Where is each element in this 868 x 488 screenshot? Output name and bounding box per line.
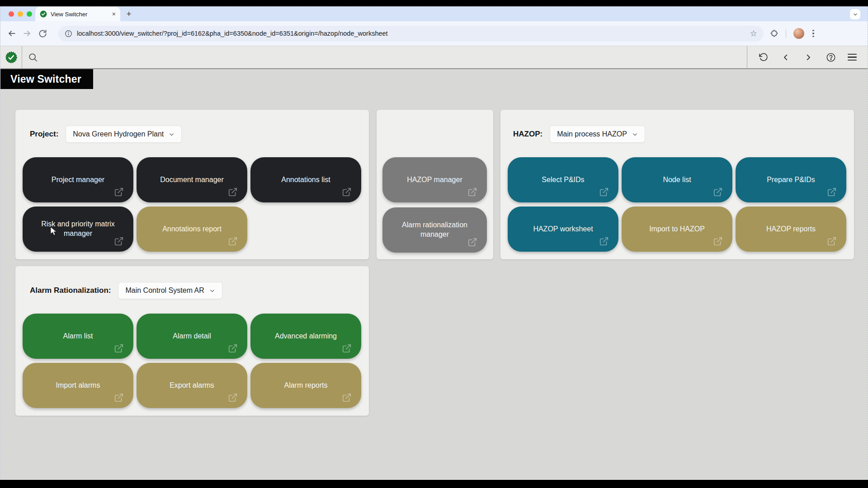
- alarm-rationalization-dropdown[interactable]: Main Control System AR: [118, 282, 222, 299]
- alarm-rationalization-label: Alarm Rationalization:: [30, 286, 111, 295]
- project-dropdown[interactable]: Nova Green Hydrogen Plant: [66, 126, 182, 143]
- hazop-label: HAZOP:: [513, 130, 542, 139]
- export-alarms-button[interactable]: Export alarms: [137, 363, 247, 408]
- tab-search-button[interactable]: [850, 9, 860, 19]
- view-switcher-page: View Switcher Project: Nova Green Hydrog…: [0, 69, 868, 480]
- hazop-dropdown[interactable]: Main process HAZOP: [550, 126, 645, 143]
- chevron-left-icon[interactable]: [780, 52, 792, 63]
- external-link-icon: [467, 187, 477, 197]
- hazop-dropdown-value: Main process HAZOP: [557, 130, 627, 138]
- tile-label: Project manager: [52, 175, 104, 185]
- bookmark-star-icon[interactable]: ☆: [750, 28, 757, 38]
- alarm-reports-button[interactable]: Alarm reports: [250, 363, 361, 408]
- tile-label: Alarm detail: [173, 332, 211, 341]
- tile-label: Node list: [663, 175, 691, 185]
- alarm-rationalization-manager-button[interactable]: Alarm rationalization manager: [382, 207, 487, 253]
- app-logo[interactable]: [0, 46, 22, 68]
- chevron-right-icon[interactable]: [802, 52, 814, 63]
- import-alarms-button[interactable]: Import alarms: [23, 363, 133, 408]
- tile-label: Annotations list: [281, 175, 330, 185]
- chrome-actions: [770, 28, 815, 39]
- close-window-button[interactable]: [9, 11, 14, 17]
- managers-panel: HAZOP managerAlarm rationalization manag…: [377, 110, 493, 259]
- app-toolbar-actions: [747, 46, 868, 68]
- select-p-ids-button[interactable]: Select P&IDs: [508, 157, 618, 202]
- chevron-down-icon: [853, 12, 858, 17]
- tile-label: Import to HAZOP: [649, 225, 705, 234]
- alarm-list-button[interactable]: Alarm list: [23, 314, 133, 359]
- browser-tab-strip: View Switcher × +: [0, 7, 868, 21]
- document-manager-button[interactable]: Document manager: [137, 157, 247, 202]
- new-tab-button[interactable]: +: [123, 9, 134, 19]
- tile-label: Import alarms: [56, 381, 100, 390]
- tile-label: Annotations report: [162, 225, 222, 234]
- node-list-button[interactable]: Node list: [622, 157, 732, 202]
- url-text: localhost:3000/view_switcher/?proj_id=61…: [77, 30, 750, 37]
- external-link-icon: [599, 187, 609, 197]
- project-panel: Project: Nova Green Hydrogen Plant Proje…: [15, 110, 369, 259]
- page-title: View Switcher: [0, 69, 93, 89]
- tile-label: Document manager: [160, 175, 224, 185]
- browser-window: View Switcher × + localhost:3000/view_sw…: [0, 6, 868, 480]
- project-label: Project:: [30, 130, 58, 139]
- close-tab-icon[interactable]: ×: [112, 11, 116, 17]
- browser-forward-button[interactable]: [19, 26, 35, 41]
- tab-title: View Switcher: [51, 11, 108, 18]
- browser-tab[interactable]: View Switcher ×: [35, 7, 120, 21]
- annotations-report-button[interactable]: Annotations report: [137, 206, 247, 252]
- browser-back-button[interactable]: [4, 26, 19, 41]
- chevron-down-icon: [209, 288, 215, 294]
- external-link-icon: [467, 237, 477, 247]
- project-dropdown-value: Nova Green Hydrogen Plant: [73, 130, 164, 138]
- chevron-down-icon: [632, 131, 638, 137]
- tile-label: HAZOP worksheet: [533, 225, 593, 234]
- project-button-grid: Project managerDocument managerAnnotatio…: [23, 157, 361, 252]
- alarm-rationalization-button-grid: Alarm listAlarm detailAdvanced alarmingI…: [23, 314, 361, 408]
- address-bar[interactable]: localhost:3000/view_switcher/?proj_id=61…: [58, 26, 764, 42]
- import-to-hazop-button[interactable]: Import to HAZOP: [622, 206, 732, 252]
- external-link-icon: [713, 187, 723, 197]
- minimize-window-button[interactable]: [18, 11, 23, 17]
- external-link-icon: [713, 236, 723, 246]
- prepare-p-ids-button[interactable]: Prepare P&IDs: [736, 157, 846, 202]
- external-link-icon: [228, 187, 238, 197]
- external-link-icon: [827, 187, 837, 197]
- external-link-icon: [342, 343, 352, 353]
- help-icon[interactable]: [825, 52, 837, 63]
- hazop-panel-header: HAZOP: Main process HAZOP: [513, 126, 645, 143]
- app-toolbar: [0, 46, 868, 69]
- hazop-reports-button[interactable]: HAZOP reports: [736, 206, 846, 252]
- hazop-panel: HAZOP: Main process HAZOP Select P&IDsNo…: [500, 110, 854, 259]
- browser-menu-icon[interactable]: [811, 29, 815, 38]
- external-link-icon: [342, 187, 352, 197]
- external-link-icon: [228, 393, 238, 403]
- advanced-alarming-button[interactable]: Advanced alarming: [250, 314, 361, 359]
- tile-label: HAZOP reports: [766, 225, 816, 234]
- alarm-rationalization-panel: Alarm Rationalization: Main Control Syst…: [15, 266, 369, 416]
- external-link-icon: [114, 236, 124, 246]
- undo-icon[interactable]: [757, 52, 769, 63]
- external-link-icon: [228, 343, 238, 353]
- external-link-icon: [114, 187, 124, 197]
- project-manager-button[interactable]: Project manager: [23, 157, 133, 202]
- search-button[interactable]: [22, 46, 44, 68]
- external-link-icon: [599, 236, 609, 246]
- menu-icon[interactable]: [848, 54, 857, 61]
- tile-label: HAZOP manager: [407, 175, 462, 185]
- extensions-icon[interactable]: [770, 29, 778, 38]
- site-info-icon[interactable]: [65, 30, 72, 38]
- alarm-detail-button[interactable]: Alarm detail: [137, 314, 247, 359]
- hazop-manager-button[interactable]: HAZOP manager: [382, 157, 487, 202]
- window-controls: [9, 11, 32, 17]
- annotations-list-button[interactable]: Annotations list: [250, 157, 361, 202]
- browser-reload-button[interactable]: [35, 26, 50, 41]
- hazop-button-grid: Select P&IDsNode listPrepare P&IDsHAZOP …: [508, 157, 846, 252]
- favicon-icon: [40, 10, 47, 18]
- external-link-icon: [342, 393, 352, 403]
- zoom-window-button[interactable]: [27, 11, 32, 17]
- profile-avatar[interactable]: [793, 28, 804, 39]
- search-icon: [28, 52, 38, 62]
- hazop-worksheet-button[interactable]: HAZOP worksheet: [508, 206, 618, 252]
- external-link-icon: [228, 236, 238, 246]
- risk-and-priority-matrix-manager-button[interactable]: Risk and priority matrix manager: [23, 206, 133, 252]
